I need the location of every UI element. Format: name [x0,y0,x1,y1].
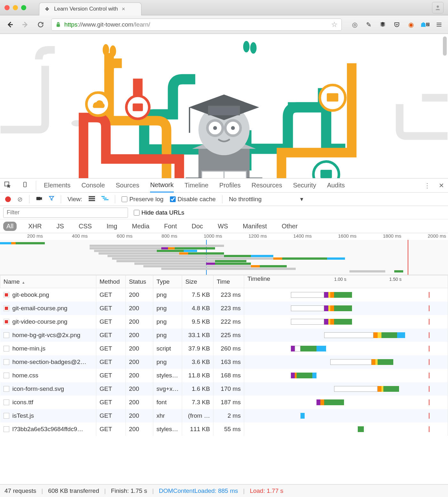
chevron-down-icon: ▾ [300,195,303,203]
hide-data-urls-checkbox[interactable]: Hide data URLs [134,209,184,216]
evernote-icon[interactable]: ✎ [365,21,372,28]
devtools-tab-elements[interactable]: Elements [44,179,70,192]
table-row[interactable]: home-bg-git-vcs@2x.png GET 200 png 33.1 … [0,328,448,342]
screenshot-icon[interactable] [36,196,42,202]
clear-button[interactable]: ⊘ [17,195,23,203]
close-tab-icon[interactable]: × [122,6,125,12]
request-time: 55 ms [213,422,244,436]
col-type[interactable]: Type [153,275,182,288]
table-row[interactable]: git-ebook.png GET 200 png 7.5 KB 223 ms [0,288,448,302]
inspect-icon[interactable] [4,181,11,190]
timeline-overview[interactable] [0,240,448,275]
file-icon [4,426,9,432]
timeline-tick: 1800 ms [358,233,403,240]
device-icon[interactable] [22,181,28,189]
request-time: 163 ms [213,355,244,369]
preserve-log-checkbox[interactable]: Preserve log [122,196,164,203]
back-button[interactable] [5,20,15,29]
devtools-tab-console[interactable]: Console [81,179,105,192]
file-icon [4,399,9,405]
type-filter-xhr[interactable]: XHR [25,222,45,231]
devtools-tab-security[interactable]: Security [293,179,316,192]
menu-icon[interactable] [435,21,443,28]
pocket-icon[interactable] [393,21,401,28]
devtools-tab-audits[interactable]: Audits [327,179,345,192]
table-row[interactable]: home-min.js GET 200 script 37.9 KB 260 m… [0,342,448,355]
ghostery-icon[interactable]: ☗2 [421,21,429,28]
request-name: isTest.js [12,412,34,419]
record-button[interactable] [5,196,11,202]
table-row[interactable]: home-section-badges@2… GET 200 png 3.6 K… [0,355,448,369]
extension-eye-icon[interactable]: ◉ [407,21,415,28]
buffer-icon[interactable] [379,21,387,28]
request-size: 11.8 KB [182,369,213,382]
request-method: GET [96,288,126,302]
type-filter-css[interactable]: CSS [76,222,95,231]
filter-icon[interactable] [49,195,54,203]
col-size[interactable]: Size [182,275,213,288]
bookmark-star-icon[interactable]: ☆ [331,20,338,29]
close-window-button[interactable] [4,5,10,10]
more-icon[interactable]: ⋮ [424,182,430,189]
request-type: styles… [153,369,182,382]
scrollbar[interactable] [443,36,447,56]
type-filter-media[interactable]: Media [129,222,152,231]
timeline-mark: 1.50 s [389,277,402,282]
url-scheme: https [64,21,77,28]
disable-cache-label: Disable cache [178,196,216,203]
table-row[interactable]: git-video-course.png GET 200 png 9.5 KB … [0,315,448,328]
col-status[interactable]: Status [126,275,153,288]
devtools-tab-timeline[interactable]: Timeline [185,179,209,192]
table-row[interactable]: home.css GET 200 styles… 11.8 KB 168 ms [0,369,448,382]
table-row[interactable]: git-email-course.png GET 200 png 4.8 KB … [0,302,448,315]
reload-button[interactable] [36,20,45,29]
request-status: 200 [126,328,153,342]
table-row[interactable]: l?3bb2a6e53c9684ffdc9… GET 200 styles… 1… [0,422,448,436]
request-status: 200 [126,422,153,436]
extension-icon[interactable]: ◎ [351,21,358,28]
request-type: png [153,302,182,315]
view-large-icon[interactable] [89,196,95,203]
col-timeline[interactable]: Timeline 1.00 s 1.50 s [244,275,448,288]
request-method: GET [96,355,126,369]
type-filter-other[interactable]: Other [278,222,301,231]
request-type: styles… [153,422,182,436]
minimize-window-button[interactable] [13,5,18,10]
forward-button[interactable] [20,20,30,29]
request-type: png [153,288,182,302]
filter-input[interactable] [3,208,128,218]
request-method: GET [96,409,126,422]
throttle-select[interactable]: No throttling ▾ [229,195,303,203]
col-time[interactable]: Time [213,275,244,288]
address-bar[interactable]: https ://www.git-tower.com /learn/ ☆ [51,19,342,31]
view-waterfall-icon[interactable] [101,196,108,203]
filter-row: Hide data URLs [0,206,448,219]
profile-button[interactable] [432,2,444,13]
browser-tab[interactable]: ❖ Learn Version Control with × [39,3,141,15]
table-row[interactable]: isTest.js GET 200 xhr (from … 2 ms [0,409,448,422]
request-waterfall [244,302,448,315]
col-name[interactable]: Name [0,275,96,288]
svg-rect-16 [320,170,332,178]
svg-rect-53 [101,196,105,197]
request-size: 9.5 KB [182,315,213,328]
type-filter-img[interactable]: Img [103,222,120,231]
type-filter-doc[interactable]: Doc [188,222,206,231]
table-row[interactable]: icon-form-send.svg GET 200 svg+x… 1.6 KB… [0,382,448,396]
type-filter-ws[interactable]: WS [214,222,231,231]
request-type: font [153,396,182,409]
devtools-tab-resources[interactable]: Resources [252,179,282,192]
type-filter-js[interactable]: JS [53,222,67,231]
timeline-tick: 1200 ms [224,233,269,240]
type-filter-font[interactable]: Font [161,222,180,231]
col-method[interactable]: Method [96,275,126,288]
devtools-tab-profiles[interactable]: Profiles [219,179,241,192]
table-row[interactable]: icons.ttf GET 200 font 7.3 KB 187 ms [0,396,448,409]
close-devtools-icon[interactable]: ✕ [439,182,444,189]
type-filter-all[interactable]: All [3,222,17,231]
devtools-tab-sources[interactable]: Sources [116,179,139,192]
maximize-window-button[interactable] [21,5,26,10]
disable-cache-checkbox[interactable]: Disable cache [170,196,216,203]
type-filter-manifest[interactable]: Manifest [240,222,270,231]
devtools-tab-network[interactable]: Network [150,178,173,193]
